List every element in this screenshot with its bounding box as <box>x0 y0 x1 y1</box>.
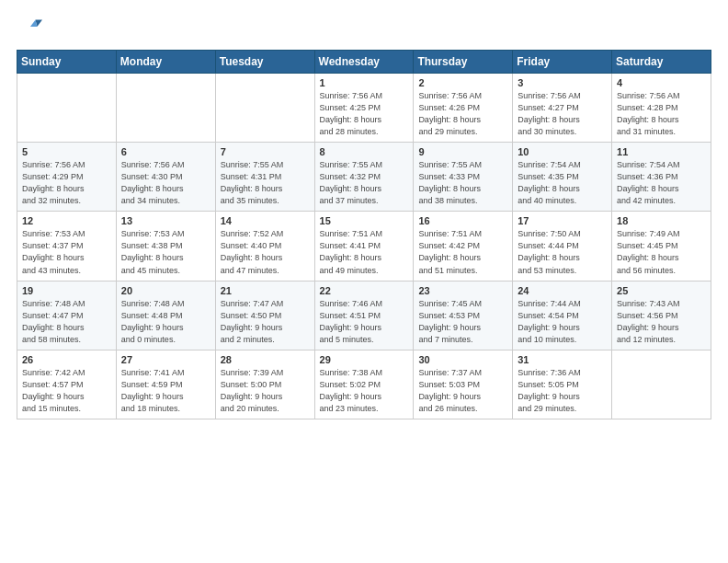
day-number: 8 <box>320 146 409 157</box>
calendar-cell: 6Sunrise: 7:56 AM Sunset: 4:30 PM Daylig… <box>116 143 215 212</box>
calendar-cell: 22Sunrise: 7:46 AM Sunset: 4:51 PM Dayli… <box>314 281 414 350</box>
calendar-cell: 11Sunrise: 7:54 AM Sunset: 4:36 PM Dayli… <box>612 143 711 212</box>
day-number: 30 <box>418 354 507 365</box>
calendar-week-3: 12Sunrise: 7:53 AM Sunset: 4:37 PM Dayli… <box>17 212 711 281</box>
header <box>17 15 711 40</box>
day-info: Sunrise: 7:38 AM Sunset: 5:02 PM Dayligh… <box>320 367 409 415</box>
calendar-cell: 7Sunrise: 7:55 AM Sunset: 4:31 PM Daylig… <box>215 143 314 212</box>
calendar-week-2: 5Sunrise: 7:56 AM Sunset: 4:29 PM Daylig… <box>17 143 711 212</box>
calendar-cell: 17Sunrise: 7:50 AM Sunset: 4:44 PM Dayli… <box>513 212 612 281</box>
day-info: Sunrise: 7:51 AM Sunset: 4:41 PM Dayligh… <box>320 228 409 276</box>
day-number: 7 <box>221 146 310 157</box>
day-number: 1 <box>320 77 409 88</box>
calendar-cell <box>116 74 215 143</box>
day-info: Sunrise: 7:48 AM Sunset: 4:47 PM Dayligh… <box>22 298 111 346</box>
calendar-header-saturday: Saturday <box>612 51 711 74</box>
day-number: 14 <box>221 215 310 226</box>
calendar-header-sunday: Sunday <box>17 51 117 74</box>
day-number: 18 <box>617 215 706 226</box>
logo-icon <box>17 15 42 40</box>
calendar-cell: 1Sunrise: 7:56 AM Sunset: 4:25 PM Daylig… <box>314 74 414 143</box>
calendar-header-thursday: Thursday <box>414 51 513 74</box>
calendar-week-4: 19Sunrise: 7:48 AM Sunset: 4:47 PM Dayli… <box>17 281 711 350</box>
calendar-cell: 28Sunrise: 7:39 AM Sunset: 5:00 PM Dayli… <box>215 350 314 419</box>
day-info: Sunrise: 7:56 AM Sunset: 4:28 PM Dayligh… <box>617 90 706 138</box>
day-info: Sunrise: 7:48 AM Sunset: 4:48 PM Dayligh… <box>121 298 210 346</box>
calendar-cell: 3Sunrise: 7:56 AM Sunset: 4:27 PM Daylig… <box>513 74 612 143</box>
day-info: Sunrise: 7:36 AM Sunset: 5:05 PM Dayligh… <box>518 367 607 415</box>
day-number: 21 <box>221 285 310 296</box>
calendar-cell: 20Sunrise: 7:48 AM Sunset: 4:48 PM Dayli… <box>116 281 215 350</box>
day-info: Sunrise: 7:39 AM Sunset: 5:00 PM Dayligh… <box>221 367 310 415</box>
day-info: Sunrise: 7:56 AM Sunset: 4:30 PM Dayligh… <box>121 159 210 207</box>
day-number: 4 <box>617 77 706 88</box>
calendar-table: SundayMondayTuesdayWednesdayThursdayFrid… <box>17 50 711 419</box>
calendar-cell: 18Sunrise: 7:49 AM Sunset: 4:45 PM Dayli… <box>612 212 711 281</box>
calendar-cell: 26Sunrise: 7:42 AM Sunset: 4:57 PM Dayli… <box>17 350 117 419</box>
day-number: 31 <box>518 354 607 365</box>
day-info: Sunrise: 7:42 AM Sunset: 4:57 PM Dayligh… <box>22 367 111 415</box>
day-info: Sunrise: 7:53 AM Sunset: 4:38 PM Dayligh… <box>121 228 210 276</box>
calendar-cell: 15Sunrise: 7:51 AM Sunset: 4:41 PM Dayli… <box>314 212 414 281</box>
calendar-header-friday: Friday <box>513 51 612 74</box>
day-number: 9 <box>418 146 507 157</box>
day-info: Sunrise: 7:52 AM Sunset: 4:40 PM Dayligh… <box>221 228 310 276</box>
day-number: 6 <box>121 146 210 157</box>
calendar-cell: 8Sunrise: 7:55 AM Sunset: 4:32 PM Daylig… <box>314 143 414 212</box>
calendar-cell: 12Sunrise: 7:53 AM Sunset: 4:37 PM Dayli… <box>17 212 117 281</box>
day-info: Sunrise: 7:54 AM Sunset: 4:35 PM Dayligh… <box>518 159 607 207</box>
calendar-cell: 25Sunrise: 7:43 AM Sunset: 4:56 PM Dayli… <box>612 281 711 350</box>
calendar-cell: 29Sunrise: 7:38 AM Sunset: 5:02 PM Dayli… <box>314 350 414 419</box>
day-number: 24 <box>518 285 607 296</box>
calendar-week-5: 26Sunrise: 7:42 AM Sunset: 4:57 PM Dayli… <box>17 350 711 419</box>
day-info: Sunrise: 7:44 AM Sunset: 4:54 PM Dayligh… <box>518 298 607 346</box>
day-number: 15 <box>320 215 409 226</box>
day-number: 10 <box>518 146 607 157</box>
day-number: 28 <box>221 354 310 365</box>
day-info: Sunrise: 7:45 AM Sunset: 4:53 PM Dayligh… <box>418 298 507 346</box>
calendar-cell: 9Sunrise: 7:55 AM Sunset: 4:33 PM Daylig… <box>414 143 513 212</box>
day-number: 17 <box>518 215 607 226</box>
calendar-cell: 5Sunrise: 7:56 AM Sunset: 4:29 PM Daylig… <box>17 143 117 212</box>
calendar-cell <box>612 350 711 419</box>
calendar-cell: 2Sunrise: 7:56 AM Sunset: 4:26 PM Daylig… <box>414 74 513 143</box>
calendar-cell: 24Sunrise: 7:44 AM Sunset: 4:54 PM Dayli… <box>513 281 612 350</box>
day-number: 11 <box>617 146 706 157</box>
calendar-cell <box>17 74 117 143</box>
calendar-cell: 10Sunrise: 7:54 AM Sunset: 4:35 PM Dayli… <box>513 143 612 212</box>
logo <box>17 15 44 40</box>
calendar-header-tuesday: Tuesday <box>215 51 314 74</box>
day-info: Sunrise: 7:56 AM Sunset: 4:27 PM Dayligh… <box>518 90 607 138</box>
day-number: 26 <box>22 354 111 365</box>
day-info: Sunrise: 7:46 AM Sunset: 4:51 PM Dayligh… <box>320 298 409 346</box>
day-number: 3 <box>518 77 607 88</box>
calendar-cell: 16Sunrise: 7:51 AM Sunset: 4:42 PM Dayli… <box>414 212 513 281</box>
calendar-cell: 13Sunrise: 7:53 AM Sunset: 4:38 PM Dayli… <box>116 212 215 281</box>
day-info: Sunrise: 7:50 AM Sunset: 4:44 PM Dayligh… <box>518 228 607 276</box>
day-info: Sunrise: 7:56 AM Sunset: 4:26 PM Dayligh… <box>418 90 507 138</box>
day-info: Sunrise: 7:49 AM Sunset: 4:45 PM Dayligh… <box>617 228 706 276</box>
day-number: 25 <box>617 285 706 296</box>
calendar-header-monday: Monday <box>116 51 215 74</box>
calendar-header-wednesday: Wednesday <box>314 51 414 74</box>
day-info: Sunrise: 7:56 AM Sunset: 4:29 PM Dayligh… <box>22 159 111 207</box>
day-info: Sunrise: 7:43 AM Sunset: 4:56 PM Dayligh… <box>617 298 706 346</box>
calendar-header-row: SundayMondayTuesdayWednesdayThursdayFrid… <box>17 51 711 74</box>
day-info: Sunrise: 7:55 AM Sunset: 4:31 PM Dayligh… <box>221 159 310 207</box>
day-info: Sunrise: 7:55 AM Sunset: 4:32 PM Dayligh… <box>320 159 409 207</box>
day-number: 22 <box>320 285 409 296</box>
day-number: 27 <box>121 354 210 365</box>
day-info: Sunrise: 7:41 AM Sunset: 4:59 PM Dayligh… <box>121 367 210 415</box>
calendar-cell: 14Sunrise: 7:52 AM Sunset: 4:40 PM Dayli… <box>215 212 314 281</box>
day-number: 12 <box>22 215 111 226</box>
calendar-cell: 19Sunrise: 7:48 AM Sunset: 4:47 PM Dayli… <box>17 281 117 350</box>
day-number: 19 <box>22 285 111 296</box>
calendar-cell: 21Sunrise: 7:47 AM Sunset: 4:50 PM Dayli… <box>215 281 314 350</box>
day-info: Sunrise: 7:54 AM Sunset: 4:36 PM Dayligh… <box>617 159 706 207</box>
calendar-cell: 30Sunrise: 7:37 AM Sunset: 5:03 PM Dayli… <box>414 350 513 419</box>
calendar-cell: 27Sunrise: 7:41 AM Sunset: 4:59 PM Dayli… <box>116 350 215 419</box>
day-info: Sunrise: 7:55 AM Sunset: 4:33 PM Dayligh… <box>418 159 507 207</box>
day-number: 16 <box>418 215 507 226</box>
day-info: Sunrise: 7:56 AM Sunset: 4:25 PM Dayligh… <box>320 90 409 138</box>
day-number: 2 <box>418 77 507 88</box>
